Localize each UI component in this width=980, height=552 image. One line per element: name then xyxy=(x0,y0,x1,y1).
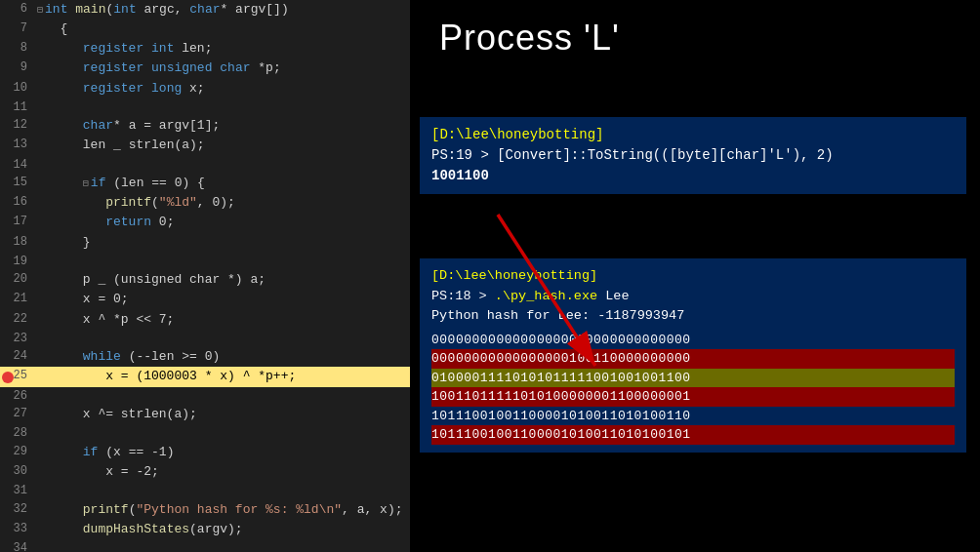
line-number: 6 xyxy=(0,0,35,19)
line-number: 30 xyxy=(0,462,35,481)
code-line-11: 11 xyxy=(0,99,410,117)
code-line-12: 12 char* a = argv[1]; xyxy=(0,116,410,136)
line-content: printf("%ld", 0); xyxy=(35,193,410,213)
line-content: register int len; xyxy=(35,39,410,59)
line-content: while (--len >= 0) xyxy=(35,347,410,367)
terminal-bottom-path: [D:\lee\honeybotting] xyxy=(431,266,955,287)
line-content: printf("Python hash for %s: %ld\n", a, x… xyxy=(35,500,410,520)
code-line-7: 7 { xyxy=(0,20,410,39)
code-line-14: 14 xyxy=(0,156,410,175)
line-number: 22 xyxy=(0,310,35,329)
line-number: 13 xyxy=(0,136,35,154)
line-number: 11 xyxy=(0,99,35,117)
line-content: char* a = argv[1]; xyxy=(35,116,410,136)
code-line-22: 22 x ^ *p << 7; xyxy=(0,310,410,330)
line-number: 28 xyxy=(0,424,35,443)
line-content: x = -2; xyxy=(35,462,410,482)
line-number: 32 xyxy=(0,500,35,519)
line-number: 14 xyxy=(0,156,35,175)
code-line-23: 23 xyxy=(0,330,410,348)
code-line-27: 27 x ^= strlen(a); xyxy=(0,405,410,424)
code-line-17: 17 return 0; xyxy=(0,213,410,232)
line-content: register long x; xyxy=(35,79,410,99)
line-number: 18 xyxy=(0,233,35,252)
page-title: Process 'L' xyxy=(439,18,620,59)
line-content: ⊟if (len == 0) { xyxy=(35,174,410,193)
line-number: 20 xyxy=(0,270,35,289)
code-line-6: 6⊟int main(int argc, char* argv[]) xyxy=(0,0,410,20)
line-number: 27 xyxy=(0,405,35,423)
line-number: 16 xyxy=(0,193,35,212)
code-line-26: 26 xyxy=(0,387,410,406)
code-line-16: 16 printf("%ld", 0); xyxy=(0,193,410,213)
binary-row: 10111001001100001010011010100110 xyxy=(431,407,955,426)
code-line-30: 30 x = -2; xyxy=(0,462,410,482)
line-number: 9 xyxy=(0,59,35,77)
line-number: 29 xyxy=(0,443,35,461)
code-line-31: 31 xyxy=(0,482,410,500)
line-number: 26 xyxy=(0,387,35,406)
terminal-top: [D:\lee\honeybotting] PS:19 > [Convert]:… xyxy=(420,117,966,194)
line-content: x ^ *p << 7; xyxy=(35,310,410,330)
line-number: 7 xyxy=(0,20,35,38)
terminal-bottom-prompt: PS:18 > .\py_hash.exe Lee xyxy=(431,287,955,307)
code-line-32: 32 printf("Python hash for %s: %ld\n", a… xyxy=(0,500,410,520)
breakpoint-indicator xyxy=(2,372,14,383)
code-line-34: 34 xyxy=(0,539,410,552)
line-content: ⊟int main(int argc, char* argv[]) xyxy=(35,0,410,20)
code-line-20: 20 p _ (unsigned char *) a; xyxy=(0,270,410,290)
code-line-10: 10 register long x; xyxy=(0,79,410,99)
line-number: 19 xyxy=(0,253,35,271)
binary-row: 01000011110101011111001001001100 xyxy=(431,369,955,388)
code-line-19: 19 xyxy=(0,253,410,271)
terminal-bottom: [D:\lee\honeybotting] PS:18 > .\py_hash.… xyxy=(420,258,966,453)
code-line-21: 21 x = 0; xyxy=(0,290,410,309)
code-panel: 6⊟int main(int argc, char* argv[])7 {8 r… xyxy=(0,0,410,552)
right-panel: Process 'L' [D:\lee\honeybotting] PS:19 … xyxy=(410,0,980,552)
line-content: return 0; xyxy=(35,213,410,232)
code-line-24: 24 while (--len >= 0) xyxy=(0,347,410,367)
terminal-top-result: 1001100 xyxy=(431,166,955,186)
line-content: p _ (unsigned char *) a; xyxy=(35,270,410,290)
line-content: x = 0; xyxy=(35,290,410,309)
line-content: x ^= strlen(a); xyxy=(35,405,410,424)
code-line-9: 9 register unsigned char *p; xyxy=(0,59,410,78)
line-number: 17 xyxy=(0,213,35,231)
code-line-33: 33 dumpHashStates(argv); xyxy=(0,520,410,539)
binary-row: 10111001001100001010011010100101 xyxy=(431,425,955,445)
line-content: x = (1000003 * x) ^ *p++; xyxy=(35,367,410,386)
line-number: 33 xyxy=(0,520,35,538)
line-content: { xyxy=(35,20,410,39)
line-number: 15 xyxy=(0,174,35,192)
terminal-top-path: [D:\lee\honeybotting] xyxy=(431,125,955,145)
terminal-top-prompt: PS:19 > [Convert]::ToString(([byte][char… xyxy=(431,145,955,166)
line-number: 24 xyxy=(0,347,35,366)
line-content: } xyxy=(35,233,410,253)
line-number: 12 xyxy=(0,116,35,135)
tone-watermark: TonE xyxy=(0,541,23,552)
code-line-15: 15 ⊟if (len == 0) { xyxy=(0,174,410,193)
line-number: 31 xyxy=(0,482,35,500)
code-line-13: 13 len _ strlen(a); xyxy=(0,136,410,155)
line-content: if (x == -1) xyxy=(35,443,410,462)
line-number: 10 xyxy=(0,79,35,98)
line-number: 21 xyxy=(0,290,35,308)
code-line-8: 8 register int len; xyxy=(0,39,410,59)
code-line-18: 18 } xyxy=(0,233,410,253)
line-number: 8 xyxy=(0,39,35,58)
code-line-28: 28 xyxy=(0,424,410,443)
code-line-29: 29 if (x == -1) xyxy=(0,443,410,462)
code-line-25: 25 x = (1000003 * x) ^ *p++; xyxy=(0,367,410,386)
binary-row: 00000000000000000000000000000000 xyxy=(431,331,955,350)
line-content: dumpHashStates(argv); xyxy=(35,520,410,539)
binary-row: 10011011111010100000001100000001 xyxy=(431,387,955,407)
binary-rows: 0000000000000000000000000000000000000000… xyxy=(431,331,955,445)
terminal-bottom-line1: Python hash for Lee: -1187993947 xyxy=(431,306,955,327)
line-number: 23 xyxy=(0,330,35,348)
binary-row: 00000000000000000100110000000000 xyxy=(431,349,955,369)
line-content: register unsigned char *p; xyxy=(35,59,410,78)
line-content: len _ strlen(a); xyxy=(35,136,410,155)
